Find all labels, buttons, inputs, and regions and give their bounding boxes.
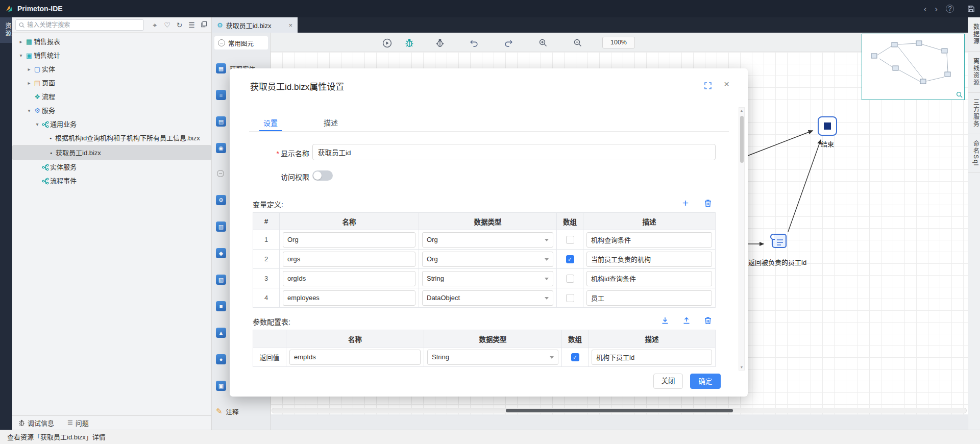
param-desc-input[interactable]	[592, 350, 712, 365]
tab-active-bizx[interactable]: ⚙ 获取员工id.bizx ×	[212, 17, 298, 33]
tab-close-icon[interactable]: ×	[288, 21, 292, 29]
run-button[interactable]	[382, 38, 392, 48]
redo-button[interactable]	[503, 38, 513, 48]
palette-section-collapse[interactable]	[217, 168, 224, 179]
minimap[interactable]	[862, 34, 965, 100]
nav-forward-icon[interactable]: ›	[935, 5, 938, 13]
variable-name-input[interactable]	[283, 252, 415, 267]
nav-back-icon[interactable]: ‹	[924, 5, 927, 13]
save-icon[interactable]	[967, 5, 975, 13]
palette-item-6[interactable]: ▥	[216, 213, 226, 240]
close-button[interactable]: 关闭	[653, 374, 683, 389]
zoom-level-select[interactable]: 100%	[602, 37, 635, 48]
tree-item-entity-service[interactable]: 实体服务	[12, 160, 211, 174]
help-icon[interactable]: ?	[946, 5, 954, 13]
chevron-down-icon[interactable]: ▾	[17, 48, 24, 62]
favorite-icon[interactable]: ♡	[163, 21, 172, 29]
undo-button[interactable]	[469, 38, 479, 48]
chevron-right-icon[interactable]: ▸	[26, 62, 33, 76]
palette-item-4[interactable]: ◉	[216, 135, 226, 161]
maximize-icon[interactable]	[704, 82, 712, 90]
param-name-input[interactable]	[289, 350, 421, 365]
refresh-icon[interactable]: ↻	[175, 21, 184, 29]
chevron-right-icon[interactable]: ▸	[17, 35, 24, 48]
tree-item-sales-report[interactable]: ▸ ▦ 销售报表	[12, 35, 211, 48]
param-type-select[interactable]: String	[427, 350, 558, 365]
scroll-up-icon[interactable]: ▲	[739, 109, 744, 112]
variable-desc-input[interactable]	[586, 271, 712, 286]
palette-item-12[interactable]: ▣	[216, 373, 226, 399]
tree-item-bizx-file[interactable]: ● 根据机构id查询机构和子机构下所有员工信息.bizx	[12, 131, 211, 145]
problems-button[interactable]: ☰ 问题	[67, 418, 89, 428]
tree-item-flow-events[interactable]: 流程事件	[12, 174, 211, 188]
import-icon[interactable]	[659, 315, 671, 326]
palette-item-3[interactable]: ▤	[216, 108, 226, 135]
right-tab-thirdparty-services[interactable]: 三方服务	[968, 93, 980, 134]
palette-item-7[interactable]: ◆	[216, 240, 226, 266]
minimap-zoom-icon[interactable]	[956, 91, 963, 98]
delete-param-icon[interactable]	[702, 315, 714, 326]
array-checkbox[interactable]	[566, 236, 574, 244]
copy-icon[interactable]	[200, 21, 208, 29]
tree-item-general-business[interactable]: ▾ 通用业务	[12, 117, 211, 131]
step-debug-button[interactable]	[435, 38, 445, 48]
palette-section-header[interactable]: 常用图元	[214, 36, 268, 50]
array-checkbox[interactable]	[566, 294, 574, 302]
tree-item-service[interactable]: ▾ ⚙ 服务	[12, 104, 211, 117]
debug-info-button[interactable]: 调试信息	[18, 418, 54, 428]
tree-item-entity[interactable]: ▸ ▢ 实体	[12, 62, 211, 76]
search-input[interactable]	[27, 21, 140, 29]
variable-name-input[interactable]	[283, 271, 415, 286]
zoom-in-icon[interactable]	[538, 38, 548, 48]
right-tab-datasource[interactable]: 数据源	[968, 17, 980, 52]
palette-item-9[interactable]: ■	[216, 293, 226, 319]
debug-button[interactable]	[404, 38, 414, 48]
add-variable-icon[interactable]: +	[680, 197, 691, 208]
display-name-input[interactable]	[312, 144, 716, 160]
menu-icon[interactable]: ☰	[187, 21, 196, 29]
palette-item-comment[interactable]: ✎ 注释	[216, 398, 239, 425]
horizontal-scrollbar[interactable]	[272, 408, 967, 413]
tab-settings[interactable]: 设置	[259, 117, 282, 128]
search-box[interactable]	[15, 19, 144, 31]
variable-type-select[interactable]: Org	[422, 252, 553, 267]
confirm-button[interactable]: 确定	[690, 374, 721, 389]
variable-type-select[interactable]: String	[422, 271, 553, 286]
array-checkbox[interactable]	[571, 353, 579, 361]
tab-description[interactable]: 描述	[320, 117, 342, 128]
variable-desc-input[interactable]	[586, 290, 712, 306]
end-node[interactable]	[818, 116, 837, 136]
variable-type-select[interactable]: DataObject	[422, 290, 553, 306]
zoom-out-icon[interactable]	[573, 38, 583, 48]
array-checkbox[interactable]	[566, 275, 574, 283]
tree-item-flow[interactable]: ❖ 流程	[12, 90, 211, 104]
access-toggle[interactable]	[312, 170, 333, 181]
right-tab-named-sql[interactable]: 命名Sql	[968, 134, 980, 173]
palette-item-2[interactable]: ≡	[216, 82, 226, 108]
export-icon[interactable]	[681, 315, 692, 326]
chevron-right-icon[interactable]: ▸	[26, 76, 33, 90]
palette-item-11[interactable]: ●	[216, 346, 226, 373]
tree-item-bizx-file-selected[interactable]: ● 获取员工id.bizx	[12, 145, 211, 160]
variable-desc-input[interactable]	[586, 232, 712, 248]
chevron-down-icon[interactable]: ▾	[34, 117, 41, 131]
horizontal-scrollbar-thumb[interactable]	[506, 409, 733, 412]
dialog-scrollbar[interactable]: ▲ ▼	[739, 107, 745, 371]
scroll-down-icon[interactable]: ▼	[739, 365, 744, 369]
delete-variable-icon[interactable]	[702, 198, 714, 209]
variable-desc-input[interactable]	[586, 252, 712, 267]
dialog-scrollbar-thumb[interactable]	[740, 116, 744, 163]
array-checkbox[interactable]	[566, 255, 574, 263]
palette-item-10[interactable]: ▲	[216, 319, 226, 346]
tree-item-sales-statistics[interactable]: ▾ ▣ 销售统计	[12, 48, 211, 62]
close-icon[interactable]: ×	[724, 79, 729, 90]
variable-type-select[interactable]: Org	[422, 232, 553, 248]
locate-icon[interactable]: ⌖	[151, 21, 159, 29]
tree-item-page[interactable]: ▸ ▤ 页面	[12, 76, 211, 90]
chevron-down-icon[interactable]: ▾	[26, 104, 33, 117]
variable-name-input[interactable]	[283, 290, 415, 306]
palette-item-8[interactable]: ▧	[216, 266, 226, 293]
right-tab-offline-resources[interactable]: 离线资源	[968, 52, 980, 93]
palette-item-5[interactable]: ⚙	[216, 187, 226, 213]
variable-name-input[interactable]	[283, 232, 415, 248]
